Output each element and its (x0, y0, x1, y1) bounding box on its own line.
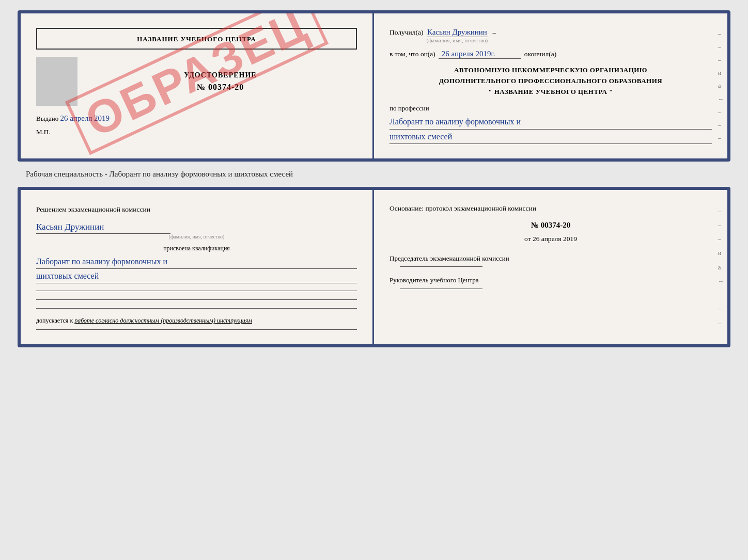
protocol-date: от 26 апреля 2019 (389, 235, 712, 243)
vydano-line: Выдано 26 апреля 2019 (36, 114, 357, 123)
protocol-number: № 00374-20 (389, 221, 712, 230)
organization-block: АВТОНОМНУЮ НЕКОММЕРЧЕСКУЮ ОРГАНИЗАЦИЮ ДО… (389, 65, 712, 97)
udostoverenie-label: УДОСТОВЕРЕНИЕ (84, 71, 357, 79)
blank-line-3 (36, 308, 357, 309)
blank-lines-bottom (36, 329, 357, 330)
qual-line2: шихтовых смесей (36, 269, 357, 283)
dash-separator: – (491, 28, 496, 37)
cert-stamp-area: УДОСТОВЕРЕНИЕ № 00374-20 (36, 57, 357, 106)
bottom-left-panel: Решением экзаменационной комиссии Касьян… (21, 190, 374, 345)
profession-text: Лаборант по анализу формовочных и шихтов… (389, 115, 712, 143)
blank-line-1 (36, 291, 357, 291)
profession-line1: Лаборант по анализу формовочных и (389, 115, 712, 129)
bottom-right-side-dashes: – – – и а ← – – – (716, 190, 727, 345)
dopusk-label: допускается к (36, 317, 73, 324)
org-line1: АВТОНОМНУЮ НЕКОММЕРЧЕСКУЮ ОРГАНИЗАЦИЮ (389, 65, 712, 76)
vtom-line: в том, что он(а) 26 апреля 2019г. окончи… (389, 50, 712, 59)
chairman-block: Председатель экзаменационной комиссии (389, 253, 712, 267)
bottom-certificate-book: Решением экзаменационной комиссии Касьян… (18, 187, 730, 348)
dopusk-block: допускается к работе согласно должностны… (36, 316, 357, 325)
profession-label: по профессии (389, 104, 712, 113)
top-left-panel: НАЗВАНИЕ УЧЕБНОГО ЦЕНТРА УДОСТОВЕРЕНИЕ №… (21, 13, 374, 158)
vydano-label: Выдано (36, 115, 58, 122)
blank-line-4 (36, 329, 357, 330)
bottom-right-panel: Основание: протокол экзаменационной коми… (374, 190, 727, 345)
subtitle-text: Рабочая специальность - Лаборант по анал… (10, 170, 293, 179)
photo-placeholder (36, 57, 77, 106)
vtom-date: 26 апреля 2019г. (439, 50, 521, 59)
top-right-panel: Получил(а) Касьян Дружинин (фамилия, имя… (374, 13, 727, 158)
org-line2: ДОПОЛНИТЕЛЬНОГО ПРОФЕССИОНАЛЬНОГО ОБРАЗО… (389, 76, 712, 87)
rukovoditel-signature-line (400, 289, 482, 289)
bottom-fio-handwritten: Касьян Дружинин (36, 222, 170, 234)
bottom-fio-sub: (фамилия, имя, отчество) (169, 234, 225, 239)
qualification-text: Лаборант по анализу формовочных и шихтов… (36, 254, 357, 283)
vydano-date: 26 апреля 2019 (60, 114, 110, 122)
rukovoditel-block: Руководитель учебного Центра (389, 275, 712, 289)
poluchil-label: Получил(а) (389, 28, 424, 37)
chairman-label: Председатель экзаменационной комиссии (389, 253, 712, 264)
chairman-signature-line (400, 266, 482, 267)
top-certificate-book: НАЗВАНИЕ УЧЕБНОГО ЦЕНТРА УДОСТОВЕРЕНИЕ №… (18, 10, 730, 162)
bottom-fio-block: Касьян Дружинин (фамилия, имя, отчество) (36, 222, 357, 239)
blank-line-2 (36, 299, 357, 300)
protocol-date-value: 26 апреля 2019 (533, 235, 577, 243)
right-side-dashes: – – – и а ← – – – (716, 13, 727, 158)
fio-block: Касьян Дружинин (фамилия, имя, отчество) (427, 28, 488, 43)
fio-handwritten: Касьян Дружинин (427, 28, 487, 37)
profession-line2: шихтовых смесей (389, 130, 712, 144)
ot-label: от (524, 235, 531, 243)
udostoverenie-block: УДОСТОВЕРЕНИЕ № 00374-20 (84, 71, 357, 92)
fio-sub: (фамилия, имя, отчество) (427, 37, 488, 43)
mp-text: М.П. (36, 128, 50, 136)
qualification-label: присвоена квалификация (36, 245, 357, 252)
cert-title: НАЗВАНИЕ УЧЕБНОГО ЦЕНТРА (137, 35, 256, 43)
rukovoditel-label: Руководитель учебного Центра (389, 275, 712, 285)
okonchil-label: окончил(а) (524, 50, 556, 58)
osnowanie-text: Основание: протокол экзаменационной коми… (389, 204, 712, 213)
poluchil-line: Получил(а) Касьян Дружинин (фамилия, имя… (389, 28, 712, 43)
reshenie-heading: Решением экзаменационной комиссии (36, 204, 357, 215)
vtom-label: в том, что он(а) (389, 50, 435, 58)
qual-line1: Лаборант по анализу формовочных и (36, 254, 357, 269)
org-line3: " НАЗВАНИЕ УЧЕБНОГО ЦЕНТРА " (389, 87, 712, 98)
dopusk-text-content: работе согласно должностным (производств… (74, 317, 252, 324)
cert-title-block: НАЗВАНИЕ УЧЕБНОГО ЦЕНТРА (36, 28, 357, 50)
mp-line: М.П. (36, 128, 357, 136)
udostoverenie-number: № 00374-20 (197, 83, 244, 91)
blank-lines-block (36, 291, 357, 309)
